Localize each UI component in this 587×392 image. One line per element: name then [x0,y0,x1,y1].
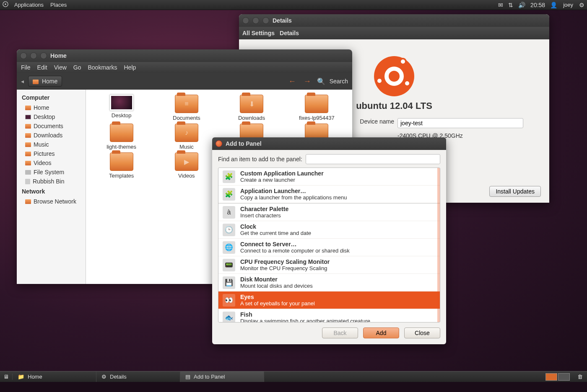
add-button[interactable]: Add [363,328,399,338]
addpanel-titlebar[interactable]: Add to Panel [212,137,446,150]
menu-file[interactable]: File [21,64,31,71]
sidebar-item-downloads[interactable]: Downloads [17,131,86,140]
menu-help[interactable]: Help [124,64,136,71]
applet-title: Fish [240,311,370,318]
applet-character-palette[interactable]: àCharacter PaletteInsert characters [218,203,440,221]
applications-menu[interactable]: Applications [11,2,47,8]
file-documents[interactable]: ≡Documents [156,95,217,121]
sidebar-item-home[interactable]: Home [17,103,86,112]
path-home-button[interactable]: Home [28,76,62,87]
device-name-label: Device name [348,118,394,128]
applet-desc: Insert characters [240,212,288,219]
menu-edit[interactable]: Edit [37,64,47,71]
show-desktop-icon[interactable]: 🖥 [0,374,13,380]
drive-icon [25,170,31,175]
sidebar-item-pictures[interactable]: Pictures [17,149,86,158]
applet-icon: 📟 [223,259,235,271]
install-updates-button[interactable]: Install Updates [489,186,541,197]
details-titlebar[interactable]: Details [239,14,549,27]
close-button[interactable]: Close [404,328,440,338]
maximize-icon[interactable] [262,17,269,24]
folder-icon: ♪ [175,124,198,142]
applet-eyes[interactable]: 👀EyesA set of eyeballs for your panel [218,291,440,309]
minimize-icon[interactable] [252,17,259,24]
network-icon[interactable]: ⇅ [506,2,516,8]
sidebar-toggle-icon[interactable]: ◂ [21,78,24,85]
applet-icon: 🧩 [223,170,235,183]
workspace-switcher[interactable] [542,372,573,382]
task-label: Home [28,374,42,380]
maximize-icon[interactable] [40,52,47,59]
applet-clock[interactable]: 🕒ClockGet the current time and date [218,221,440,239]
menu-bookmarks[interactable]: Bookmarks [88,64,117,71]
applet-connect-to-server[interactable]: 🌐Connect to Server…Connect to a remote c… [218,239,440,256]
clock[interactable]: 20:58 [528,2,548,8]
applet-desc: Display a swimming fish or another anima… [240,318,370,322]
trash-icon[interactable]: 🗑 [573,374,587,380]
user-menu[interactable]: joey [560,2,577,8]
task-add-to-panel[interactable]: ▤Add to Panel [180,371,264,382]
workspace-1[interactable] [545,373,557,381]
menu-go[interactable]: Go [73,64,81,71]
applet-custom-application-launcher[interactable]: 🧩Custom Application LauncherCreate a new… [218,168,440,186]
home-toolbar: ◂ Home ← → 🔍 Search [17,73,352,90]
search-label[interactable]: Search [330,78,348,85]
file-label: fixes-lp954437 [299,115,335,121]
device-name-field[interactable] [397,118,523,128]
applet-icon: 💾 [223,276,235,289]
folder-icon [305,95,328,113]
back-button[interactable]: Back [322,328,358,338]
sidebar-item-file-system[interactable]: File System [17,168,86,177]
places-menu[interactable]: Places [47,2,70,8]
applet-cpu-frequency-scaling-monitor[interactable]: 📟CPU Frequency Scaling MonitorMonitor th… [218,256,440,274]
applet-icon: 🧩 [223,188,235,201]
workspace-2[interactable] [558,373,570,381]
session-icon[interactable]: ⚙ [577,2,587,8]
folder-icon: ≡ [175,95,198,113]
sidebar-item-browse-network[interactable]: Browse Network [17,197,86,206]
search-icon[interactable]: 🔍 [317,77,325,85]
sidebar-section-network: Network [17,186,86,197]
mail-icon[interactable]: ✉ [496,2,506,8]
applet-desc: Get the current time and date [240,230,311,236]
menu-view[interactable]: View [54,64,67,71]
applet-title: CPU Frequency Scaling Monitor [240,258,330,265]
sidebar-item-label: Music [34,141,49,148]
sidebar-item-documents[interactable]: Documents [17,121,86,131]
sidebar: Computer HomeDesktopDocumentsDownloadsMu… [17,90,86,284]
file-music[interactable]: ♪Music [156,124,217,150]
sidebar-item-label: Desktop [34,113,55,120]
file-light-themes[interactable]: light-themes [91,124,152,150]
file-label: light-themes [106,144,136,150]
sidebar-item-videos[interactable]: Videos [17,158,86,168]
applet-icon: 🕒 [223,224,235,236]
sidebar-item-desktop[interactable]: Desktop [17,112,86,121]
task-home[interactable]: 📁Home [13,371,96,382]
find-input[interactable] [306,154,440,164]
file-videos[interactable]: ▶Videos [156,152,217,179]
volume-icon[interactable]: 🔊 [516,2,528,8]
svg-point-1 [5,3,6,5]
close-icon[interactable] [216,140,222,147]
scrollbar[interactable] [437,168,440,322]
file-desktop[interactable]: Desktop [91,95,152,121]
applet-disk-mounter[interactable]: 💾Disk MounterMount local disks and devic… [218,274,440,291]
close-icon[interactable] [242,17,249,24]
file-fixes-lp954437[interactable]: fixes-lp954437 [286,95,347,121]
task-details[interactable]: ⚙Details [96,371,180,382]
file-templates[interactable]: Templates [91,152,152,179]
file-downloads[interactable]: ⬇Downloads [221,95,282,121]
minimize-icon[interactable] [30,52,37,59]
home-titlebar[interactable]: Home [17,49,352,62]
applet-application-launcher[interactable]: 🧩Application Launcher…Copy a launcher fr… [218,186,440,203]
close-icon[interactable] [20,52,27,59]
trash-icon [25,179,30,184]
sidebar-item-label: Videos [34,160,52,166]
back-icon[interactable]: ← [287,77,298,86]
folder-icon [25,124,31,129]
applet-fish[interactable]: 🐟FishDisplay a swimming fish or another … [218,309,440,322]
all-settings-link[interactable]: All Settings [242,30,275,36]
forward-icon[interactable]: → [302,77,313,86]
sidebar-item-music[interactable]: Music [17,140,86,149]
sidebar-item-rubbish-bin[interactable]: Rubbish Bin [17,177,86,186]
